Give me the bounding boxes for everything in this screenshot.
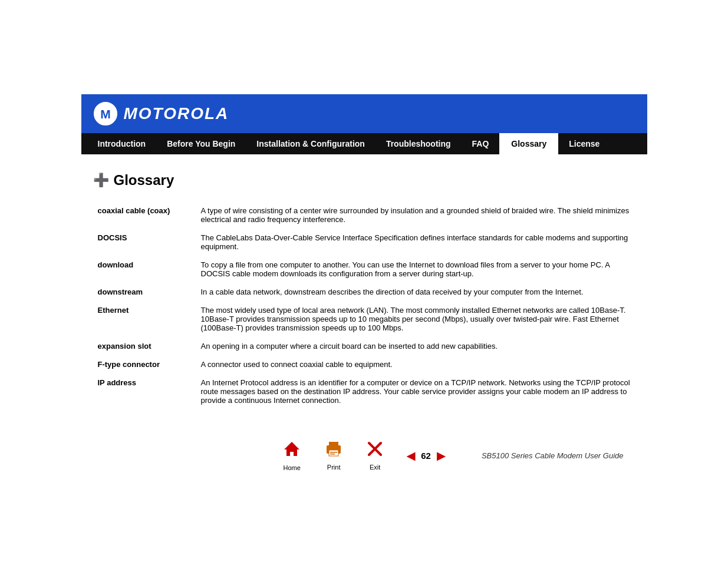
exit-label: Exit bbox=[370, 464, 380, 471]
glossary-term: DOCSIS bbox=[93, 230, 196, 257]
glossary-row: downloadTo copy a file from one computer… bbox=[93, 257, 635, 284]
glossary-row: F-type connectorA connector used to conn… bbox=[93, 356, 635, 375]
nav-item-introduction[interactable]: Introduction bbox=[87, 134, 157, 153]
glossary-definition: To copy a file from one computer to anot… bbox=[196, 257, 635, 284]
motorola-m-icon: M bbox=[93, 101, 118, 126]
glossary-definition: A type of wire consisting of a center wi… bbox=[196, 203, 635, 230]
next-page-button[interactable]: ▶ bbox=[437, 449, 445, 462]
exit-button[interactable]: Exit bbox=[367, 441, 383, 471]
glossary-term: IP address bbox=[93, 375, 196, 411]
svg-rect-7 bbox=[330, 454, 335, 455]
glossary-row: EthernetThe most widely used type of loc… bbox=[93, 302, 635, 338]
glossary-definition: The most widely used type of local area … bbox=[196, 302, 635, 338]
glossary-term: F-type connector bbox=[93, 356, 196, 375]
glossary-definition: In a cable data network, downstream desc… bbox=[196, 284, 635, 302]
guide-title: SB5100 Series Cable Modem User Guide bbox=[482, 451, 624, 460]
glossary-term: coaxial cable (coax) bbox=[93, 203, 196, 230]
glossary-row: DOCSISThe CableLabs Data-Over-Cable Serv… bbox=[93, 230, 635, 257]
home-button[interactable]: Home bbox=[283, 440, 301, 471]
svg-marker-2 bbox=[284, 442, 299, 456]
glossary-table: coaxial cable (coax)A type of wire consi… bbox=[93, 203, 635, 411]
svg-rect-6 bbox=[330, 452, 337, 453]
glossary-row: expansion slotAn opening in a computer w… bbox=[93, 338, 635, 356]
svg-text:M: M bbox=[100, 107, 111, 121]
nav-item-before-you-begin[interactable]: Before You Begin bbox=[156, 134, 246, 153]
logo-bar: M MOTOROLA bbox=[81, 94, 647, 133]
brand-name: MOTOROLA bbox=[124, 104, 229, 123]
glossary-term: downstream bbox=[93, 284, 196, 302]
glossary-term: Ethernet bbox=[93, 302, 196, 338]
glossary-row: downstreamIn a cable data network, downs… bbox=[93, 284, 635, 302]
glossary-definition: A connector used to connect coaxial cabl… bbox=[196, 356, 635, 375]
header-banner: M MOTOROLA Introduction Before You Begin… bbox=[81, 94, 647, 154]
print-label: Print bbox=[327, 464, 341, 471]
title-plus-icon: ➕ bbox=[93, 173, 109, 188]
print-icon bbox=[324, 441, 343, 461]
nav-bar: Introduction Before You Begin Installati… bbox=[81, 133, 647, 154]
nav-item-license[interactable]: License bbox=[558, 134, 610, 153]
footer: Home Print Exit ◀ 62 ▶ bbox=[93, 428, 635, 483]
glossary-row: IP addressAn Internet Protocol address i… bbox=[93, 375, 635, 411]
nav-item-faq[interactable]: FAQ bbox=[462, 134, 500, 153]
glossary-definition: An Internet Protocol address is an ident… bbox=[196, 375, 635, 411]
page-content: ➕ Glossary coaxial cable (coax)A type of… bbox=[81, 154, 647, 495]
svg-rect-5 bbox=[329, 450, 338, 456]
glossary-definition: The CableLabs Data-Over-Cable Service In… bbox=[196, 230, 635, 257]
page-title: Glossary bbox=[114, 172, 174, 189]
print-button[interactable]: Print bbox=[324, 441, 343, 471]
page-title-row: ➕ Glossary bbox=[93, 172, 635, 189]
exit-icon bbox=[367, 441, 383, 461]
nav-item-glossary[interactable]: Glossary bbox=[499, 133, 558, 154]
home-label: Home bbox=[283, 464, 300, 471]
glossary-term: expansion slot bbox=[93, 338, 196, 356]
page-navigation: ◀ 62 ▶ bbox=[407, 449, 445, 462]
nav-item-installation[interactable]: Installation & Configuration bbox=[246, 134, 375, 153]
motorola-logo: M MOTOROLA bbox=[93, 101, 229, 126]
page-number: 62 bbox=[421, 451, 431, 461]
svg-rect-4 bbox=[329, 442, 338, 447]
prev-page-button[interactable]: ◀ bbox=[407, 449, 415, 462]
home-icon bbox=[283, 440, 301, 462]
nav-item-troubleshooting[interactable]: Troubleshooting bbox=[375, 134, 462, 153]
glossary-definition: An opening in a computer where a circuit… bbox=[196, 338, 635, 356]
glossary-term: download bbox=[93, 257, 196, 284]
glossary-row: coaxial cable (coax)A type of wire consi… bbox=[93, 203, 635, 230]
